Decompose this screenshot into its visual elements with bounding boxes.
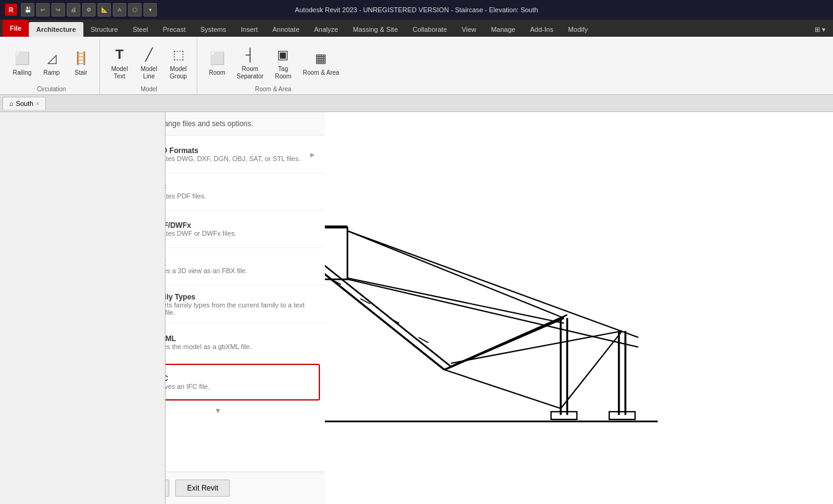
ribbon-group-model: T ModelText ╱ ModelLine ⬚ ModelGroup Mod… [101, 39, 197, 94]
room-label: Room [209, 69, 226, 77]
area-icon: ▦ [311, 48, 331, 68]
room-separator-icon: ┤ [240, 45, 260, 64]
tab-annotate[interactable]: Annotate [265, 22, 306, 37]
family-types-desc: Exports family types from the current fa… [165, 301, 315, 316]
tab-massing[interactable]: Massing & Site [346, 22, 405, 37]
ramp-button[interactable]: ◿ Ramp [38, 46, 65, 79]
dwf-title: DWF/DWFx [165, 221, 237, 230]
dwf-desc: Creates DWF or DWFx files. [165, 230, 237, 237]
tag-room-button[interactable]: ▣ TagRoom [270, 42, 297, 83]
svg-line-18 [561, 331, 622, 408]
export-cad-formats[interactable]: CAD CAD Formats Creates DWG, DXF, DGN, O… [165, 136, 325, 173]
canvas-area[interactable]: 📄 New ▶ 📂 Open ▶ 💾 Save 💾 Save As ▶ [165, 112, 833, 504]
export-ifc[interactable]: IFC IFC Saves an IFC file. [165, 364, 320, 401]
fbx-title: FBX [165, 258, 248, 267]
ribbon-tab-bar: File Architecture Structure Steel Precas… [0, 20, 833, 37]
pdf-text: PDF Creates PDF files. [165, 184, 206, 200]
ribbon: ⬜ Railing ◿ Ramp 🪜 Stair Circulation T M… [0, 37, 833, 95]
print-icon[interactable]: 🖨 [67, 3, 80, 17]
export-submenu: Creates exchange files and sets options.… [165, 112, 325, 504]
undo-icon[interactable]: ↩ [36, 3, 50, 17]
main-area: 📄 New ▶ 📂 Open ▶ 💾 Save 💾 Save As ▶ [0, 112, 833, 504]
scroll-indicator: ▾ [165, 403, 325, 418]
cad-title: CAD Formats [165, 146, 300, 155]
family-types-text: Family Types Exports family types from t… [165, 293, 315, 316]
tab-analyze[interactable]: Analyze [307, 22, 346, 37]
fbx-text: FBX Saves a 3D view as an FBX file. [165, 258, 248, 274]
ribbon-group-circulation: ⬜ Railing ◿ Ramp 🪜 Stair Circulation [4, 39, 100, 94]
gbxml-text: gbXML Saves the model as a gbXML file. [165, 334, 251, 350]
tag-room-label: TagRoom [275, 66, 292, 80]
tab-modify[interactable]: Modify [561, 22, 595, 37]
railing-button[interactable]: ⬜ Railing [9, 46, 36, 79]
tab-precast[interactable]: Precast [155, 22, 192, 37]
app-icon[interactable]: R [5, 4, 17, 16]
tab-addins[interactable]: Add-Ins [523, 22, 561, 37]
tab-file[interactable]: File [2, 20, 29, 37]
model-line-icon: ╱ [139, 45, 159, 64]
model-text-label: ModelText [111, 66, 127, 80]
railing-label: Railing [13, 69, 32, 77]
railing-icon: ⬜ [12, 48, 32, 68]
tab-steel[interactable]: Steel [125, 22, 155, 37]
area-label: Room & Area [303, 69, 339, 77]
svg-line-17 [451, 331, 622, 363]
ifc-title: IFC [165, 374, 210, 383]
tab-structure[interactable]: Structure [83, 22, 126, 37]
tab-insert[interactable]: Insert [234, 22, 265, 37]
project-browser [0, 112, 165, 504]
settings-icon[interactable]: ⚙ [82, 3, 96, 17]
view-tab-close[interactable]: × [36, 100, 39, 107]
room-area-buttons: ⬜ Room ┤ RoomSeparator ▣ TagRoom ▦ Room … [203, 39, 343, 86]
export-pdf[interactable]: PDF PDF Creates PDF files. [165, 173, 325, 211]
dropdown-arrow-icon[interactable]: ▾ [143, 3, 157, 17]
window-title: Autodesk Revit 2023 - UNREGISTERED VERSI… [295, 6, 538, 13]
room-separator-label: RoomSeparator [237, 66, 264, 80]
model-text-icon: T [110, 45, 129, 64]
export-fbx[interactable]: FBX FBX Saves a 3D view as an FBX file. [165, 248, 325, 285]
model-text-button[interactable]: T ModelText [106, 42, 133, 83]
file-menu-container: 📄 New ▶ 📂 Open ▶ 💾 Save 💾 Save As ▶ [165, 112, 325, 504]
tab-view[interactable]: View [454, 22, 484, 37]
text-tool-icon[interactable]: A [113, 3, 126, 17]
tab-collaborate[interactable]: Collaborate [405, 22, 454, 37]
save-icon[interactable]: 💾 [21, 3, 34, 17]
room-separator-button[interactable]: ┤ RoomSeparator [233, 42, 267, 83]
export-tool-icon[interactable]: ⬡ [128, 3, 142, 17]
svg-rect-8 [609, 412, 635, 419]
export-gbxml[interactable]: GB gbXML Saves the model as a gbXML file… [165, 324, 325, 361]
gbxml-title: gbXML [165, 334, 251, 343]
options-button[interactable]: Options [165, 480, 169, 497]
ifc-text: IFC Saves an IFC file. [165, 374, 210, 390]
pdf-desc: Creates PDF files. [165, 192, 206, 200]
model-group-button[interactable]: ⬚ ModelGroup [165, 42, 192, 83]
circulation-buttons: ⬜ Railing ◿ Ramp 🪜 Stair [9, 39, 94, 86]
ramp-label: Ramp [44, 69, 60, 77]
cad-text: CAD Formats Creates DWG, DXF, DGN, OBJ, … [165, 146, 300, 162]
export-dwf[interactable]: DWF DWF/DWFx Creates DWF or DWFx files. [165, 211, 325, 248]
area-button[interactable]: ▦ Room & Area [299, 46, 343, 79]
redo-icon[interactable]: ↪ [51, 3, 65, 17]
exit-revit-button[interactable]: Exit Revit [175, 480, 230, 497]
tag-room-icon: ▣ [273, 45, 293, 64]
model-line-button[interactable]: ╱ ModelLine [135, 42, 162, 83]
tab-architecture[interactable]: Architecture [29, 22, 83, 37]
tab-manage[interactable]: Manage [484, 22, 523, 37]
room-button[interactable]: ⬜ Room [203, 46, 230, 79]
export-family-types[interactable]: Family Types Exports family types from t… [165, 285, 325, 324]
model-group-label-text: Model [140, 86, 157, 94]
dwf-text: DWF/DWFx Creates DWF or DWFx files. [165, 221, 237, 237]
quick-access-dropdown[interactable]: ⊞ ▾ [807, 22, 833, 37]
south-view-tab[interactable]: ⌂ South × [2, 97, 46, 110]
export-header: Creates exchange files and sets options. [165, 112, 325, 136]
tab-systems[interactable]: Systems [193, 22, 234, 37]
svg-line-16 [444, 370, 561, 408]
fbx-desc: Saves a 3D view as an FBX file. [165, 267, 248, 274]
stair-button[interactable]: 🪜 Stair [67, 46, 94, 79]
cad-desc: Creates DWG, DXF, DGN, OBJ, SAT, or STL … [165, 155, 300, 162]
measure-icon[interactable]: 📐 [97, 3, 111, 17]
model-group-label: ModelGroup [170, 66, 187, 80]
family-types-title: Family Types [165, 293, 315, 301]
quick-access-toolbar: 💾 ↩ ↪ 🖨 ⚙ 📐 A ⬡ ▾ [21, 3, 157, 17]
room-icon: ⬜ [207, 48, 227, 68]
